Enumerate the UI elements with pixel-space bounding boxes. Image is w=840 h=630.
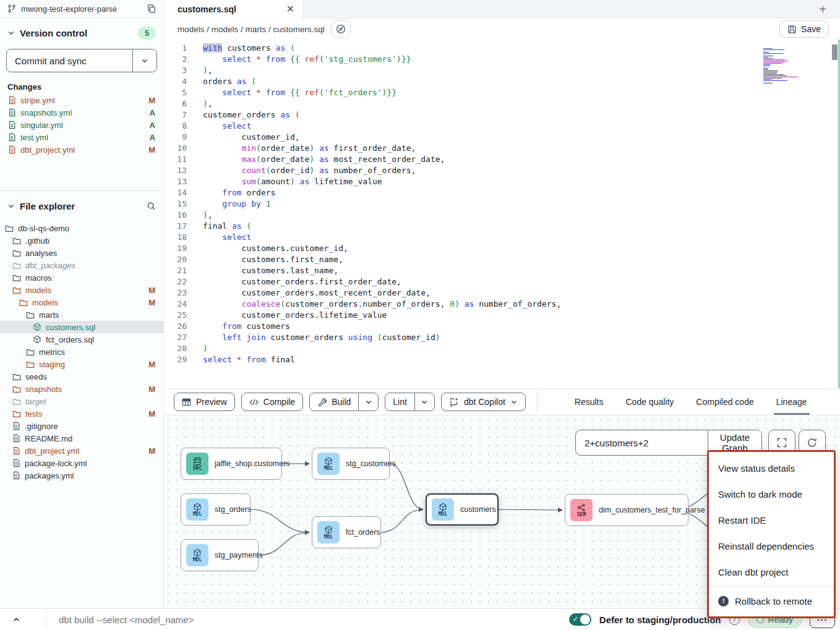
commit-and-sync-button[interactable]: Commit and sync (6, 49, 157, 72)
line-number: 28 (164, 343, 187, 354)
lineage-node-stg-payments[interactable]: MDLstg_payments (181, 539, 259, 571)
tree-item-label: README.md (25, 434, 155, 443)
menu-item-switch-to-dark-mode[interactable]: Switch to dark mode (709, 481, 834, 507)
changed-file-row[interactable]: test.ymlA (0, 131, 163, 143)
expand-command-bar-button[interactable] (0, 609, 46, 630)
node-type-label: MDL (193, 511, 202, 517)
tree-item-tests[interactable]: testsM (0, 407, 163, 420)
changed-file-row[interactable]: stripe.ymlM (0, 94, 163, 106)
tree-item-seeds[interactable]: seeds (0, 370, 163, 383)
tree-item--gitignore[interactable]: .gitignore (0, 420, 163, 432)
model-cube-icon (33, 335, 41, 344)
menu-item-restart-ide[interactable]: Restart IDE (709, 507, 834, 533)
preview-button[interactable]: Preview (174, 393, 235, 411)
lineage-selector-input[interactable] (576, 430, 708, 455)
change-status-letter: M (148, 385, 155, 394)
lineage-node-customers[interactable]: MDLcustomers (426, 493, 499, 526)
node-name: stg_payments (215, 551, 263, 560)
save-button[interactable]: Save (779, 20, 829, 38)
new-tab-button[interactable]: + (815, 2, 830, 17)
chevron-down-icon[interactable] (7, 202, 15, 210)
tree-item-analyses[interactable]: analyses (0, 247, 163, 259)
close-tab-icon[interactable]: ✕ (286, 4, 294, 14)
tree-item-macros[interactable]: macros (0, 271, 163, 284)
lint-options-dropdown[interactable] (414, 393, 434, 411)
tree-item-db-sl-qs-demo[interactable]: db-sl-qs-demo (0, 222, 163, 234)
code-line: 26 from customers (164, 321, 840, 332)
ide-options-menu: View status detailsSwitch to dark modeRe… (707, 450, 836, 618)
tree-item-fct-orders-sql[interactable]: fct_orders.sql (0, 333, 163, 346)
line-number: 22 (164, 276, 187, 287)
tree-item-models[interactable]: modelsM (0, 296, 163, 309)
tab-lineage[interactable]: Lineage (776, 389, 807, 415)
code-line: 5 select * from {{ ref('fct_orders')}} (164, 87, 840, 98)
lineage-node-fct-orders[interactable]: MDLfct_orders (312, 516, 381, 548)
menu-item-rollback-to-remote[interactable]: !Rollback to remote (709, 588, 834, 614)
node-type-badge: MDL (317, 521, 340, 543)
defer-toggle[interactable]: ✓ (569, 613, 591, 626)
lineage-node-dim-customers-test-for-parse[interactable]: SEMdim_customers_test_for_parse (565, 494, 688, 526)
code-editor[interactable]: 1with customers as (2 select * from {{ r… (164, 40, 840, 388)
tree-item-label: .gitignore (25, 422, 155, 431)
changed-file-row[interactable]: singular.ymlA (0, 119, 163, 131)
file-explorer-header[interactable]: File explorer (0, 198, 163, 213)
menu-item-clean-dbt-project[interactable]: Clean dbt project (709, 559, 834, 585)
lineage-node-jaffle-shop-customers[interactable]: SRCjaffle_shop.customers (181, 448, 282, 480)
changed-file-row[interactable]: dbt_project.ymlM (0, 143, 163, 156)
tree-item-dbt-packages[interactable]: dbt_packages (0, 259, 163, 271)
tree-item-target[interactable]: target (0, 395, 163, 407)
tab-results[interactable]: Results (575, 389, 604, 415)
lineage-node-stg-orders[interactable]: MDLstg_orders (181, 493, 251, 526)
file-tree: db-sl-qs-demo.githubanalysesdbt_packages… (0, 222, 163, 482)
line-number: 27 (164, 332, 187, 343)
exclamation-icon: ! (718, 596, 729, 607)
node-type-label: MDL (193, 557, 202, 563)
lint-button[interactable]: Lint (385, 393, 414, 411)
tab-code-quality[interactable]: Code quality (626, 389, 674, 415)
change-status-letter: A (150, 108, 155, 117)
search-icon[interactable] (147, 202, 156, 211)
locate-in-lineage-button[interactable] (331, 20, 351, 38)
compile-button[interactable]: Compile (241, 393, 303, 411)
commit-options-dropdown[interactable] (132, 49, 156, 72)
tree-item-metrics[interactable]: metrics (0, 346, 163, 358)
command-input[interactable] (59, 615, 356, 625)
tree-item-models[interactable]: modelsM (0, 284, 163, 296)
tree-item-package-lock-yml[interactable]: package-lock.yml (0, 457, 163, 469)
editor-scrollbar[interactable] (832, 45, 838, 60)
tree-item--github[interactable]: .github (0, 234, 163, 247)
tree-item-packages-yml[interactable]: packages.yml (0, 469, 163, 482)
save-icon (787, 25, 797, 34)
git-branch-icon (7, 4, 16, 13)
tree-item-staging[interactable]: stagingM (0, 358, 163, 370)
menu-item-view-status-details[interactable]: View status details (709, 455, 834, 481)
line-number: 6 (164, 98, 187, 109)
tree-item-snapshots[interactable]: snapshotsM (0, 383, 163, 395)
menu-divider (709, 586, 834, 587)
tree-item-marts[interactable]: marts (0, 309, 163, 321)
build-button[interactable]: Build (310, 393, 358, 411)
changed-file-row[interactable]: snapshots.ymlA (0, 106, 163, 119)
folder-icon (12, 373, 21, 381)
node-type-label: SRC (193, 466, 202, 471)
code-line: 19 customers.customer_id, (164, 243, 840, 254)
node-type-label: SEM (577, 512, 586, 517)
lineage-node-stg-customers[interactable]: MDLstg_customers (312, 448, 390, 480)
code-line: 23 customer_orders.most_recent_order_dat… (164, 287, 840, 299)
dbt-copilot-button[interactable]: dbt Copilot (441, 393, 526, 411)
tab-customers-sql[interactable]: customers.sql ✕ (164, 0, 304, 19)
chevron-down-icon[interactable] (7, 29, 15, 36)
tree-item-dbt-project-yml[interactable]: dbt_project.ymlM (0, 445, 163, 457)
copy-icon[interactable] (147, 4, 156, 13)
minimap[interactable] (763, 48, 799, 84)
tree-item-customers-sql[interactable]: customers.sql (0, 321, 163, 333)
line-number: 21 (164, 265, 187, 276)
version-control-header[interactable]: Version control 5 (0, 25, 163, 40)
menu-item-reinstall-dependencies[interactable]: Reinstall dependencies (709, 533, 834, 559)
node-type-badge: SRC (186, 453, 208, 475)
tab-compiled-code[interactable]: Compiled code (696, 389, 753, 415)
build-options-dropdown[interactable] (358, 393, 378, 411)
tree-item-readme-md[interactable]: README.md (0, 432, 163, 445)
folder-icon (26, 311, 35, 319)
tree-item-label: tests (25, 409, 144, 419)
